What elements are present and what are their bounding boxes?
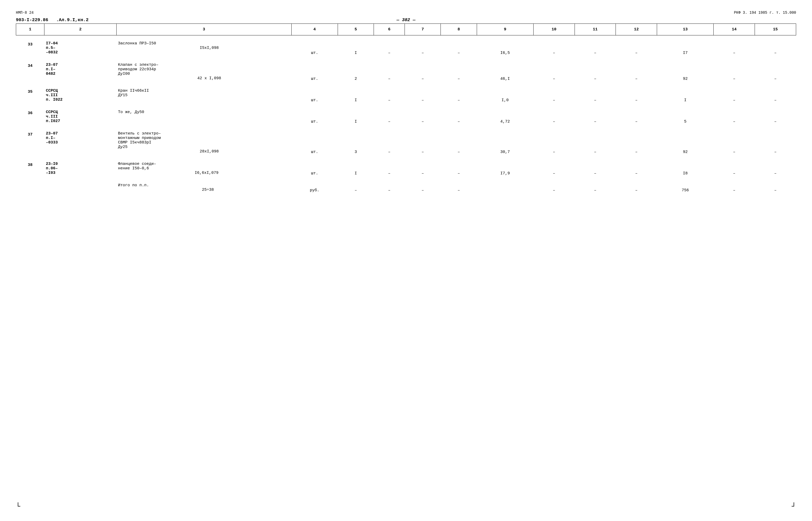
row-37-ref2: п.I– — [46, 136, 115, 140]
row-34-ref2: п.I– — [46, 67, 115, 72]
row-36-ref1: ССРСЦ — [46, 110, 115, 114]
row-34-col11: – — [575, 62, 616, 82]
table-row-37: 37 23–07 п.I– –0333 Вентиль с электро– м… — [16, 130, 796, 155]
row-35-col10: – — [533, 87, 575, 104]
row-35-col5: I — [338, 87, 374, 104]
row-34-col7: – — [405, 62, 441, 82]
spacer-row-6 — [16, 155, 796, 161]
row-37-ref: 23–07 п.I– –0333 — [44, 130, 116, 155]
row-37-col10: – — [533, 130, 575, 155]
bracket-right: ┘ — [792, 503, 796, 511]
row-34-desc1: Клапан с электро– — [118, 63, 290, 67]
row-38-col6: – — [374, 161, 405, 177]
header-left-label: НМП-8 24 — [16, 10, 34, 15]
row-33-col11: – — [575, 40, 616, 56]
row-33-desc: Заслонка ПРЗ–I50 I5xI,098 — [116, 40, 291, 56]
row-35-unit: шт. — [291, 87, 338, 104]
row-33-col10: – — [533, 40, 575, 56]
row-37-col9: 30,7 — [477, 130, 533, 155]
spacer-row-7 — [16, 177, 796, 182]
row-34-col15: – — [755, 62, 796, 82]
col-header-2: 2 — [44, 24, 116, 36]
row-37-ref3: –0333 — [46, 140, 115, 145]
col-header-8: 8 — [441, 24, 477, 36]
row-38-col15: – — [755, 161, 796, 177]
bracket-left: └ — [16, 503, 20, 511]
totals-unit: руб. — [291, 182, 338, 194]
col-header-11: 11 — [575, 24, 616, 36]
row-33-ref1: I7–04 — [46, 41, 115, 46]
row-33-col13: I7 — [657, 40, 714, 56]
row-38-ref: 23–I0 п.06– –I03 — [44, 161, 116, 177]
spacer-row-3 — [16, 82, 796, 87]
row-34-unit: шт. — [291, 62, 338, 82]
totals-col7: – — [405, 182, 441, 194]
row-38-col8: – — [441, 161, 477, 177]
row-36-col5: I — [338, 109, 374, 125]
row-33-col14: – — [714, 40, 755, 56]
row-33-col6: – — [374, 40, 405, 56]
row-36-col6: – — [374, 109, 405, 125]
col-header-15: 15 — [755, 24, 796, 36]
row-33-unit: шт. — [291, 40, 338, 56]
spacer-row-5 — [16, 125, 796, 130]
row-37-desc2: монтажным приводом — [118, 136, 290, 140]
row-35-ref1: ССРСЦ — [46, 89, 115, 93]
row-34-desc3: ДуI00 — [118, 72, 290, 76]
row-33-num: 33 — [16, 40, 44, 56]
table-row-38: 38 23–I0 п.06– –I03 Фланцевое соеди– нен… — [16, 161, 796, 177]
row-35-col14: – — [714, 87, 755, 104]
row-37-col13: 92 — [657, 130, 714, 155]
col-header-1: 1 — [16, 24, 44, 36]
row-34-desc2: приводом 22с934р — [118, 67, 290, 72]
row-33-col12: – — [616, 40, 657, 56]
spacer-row-4 — [16, 104, 796, 109]
row-33-ref: I7–04 п.5– –0832 — [44, 40, 116, 56]
row-36-desc: То же, Ду50 — [116, 109, 291, 125]
page-header: НМП-8 24 РКФ 3. 194 1985 г. т. 15.000 — [16, 10, 796, 15]
totals-col8: – — [441, 182, 477, 194]
row-36-unit: шт. — [291, 109, 338, 125]
row-35-col13: I — [657, 87, 714, 104]
col-header-14: 14 — [714, 24, 755, 36]
totals-col15: – — [755, 182, 796, 194]
spacer-row-2 — [16, 56, 796, 62]
row-34-col12: – — [616, 62, 657, 82]
totals-col10: – — [533, 182, 575, 194]
row-35-col15: – — [755, 87, 796, 104]
row-38-col11: – — [575, 161, 616, 177]
row-38-num: 38 — [16, 161, 44, 177]
row-37-desc1: Вентиль с электро– — [118, 131, 290, 136]
col-header-9: 9 — [477, 24, 533, 36]
row-34-ref: 23–07 п.I– 0482 — [44, 62, 116, 82]
row-36-col12: – — [616, 109, 657, 125]
row-34-desc4: 42 x I,098 — [129, 76, 290, 81]
row-38-ref3: –I03 — [46, 171, 115, 175]
row-34-col6: – — [374, 62, 405, 82]
row-34-col14: – — [714, 62, 755, 82]
header-right-label: РКФ 3. 194 1985 г. т. 15.000 — [734, 10, 796, 15]
row-36-num: 36 — [16, 109, 44, 125]
row-35-desc: Кран IIч66кII ДУ15 — [116, 87, 291, 104]
col-header-3: 3 — [116, 24, 291, 36]
col-header-12: 12 — [616, 24, 657, 36]
row-37-col6: – — [374, 130, 405, 155]
row-34-col8: – — [441, 62, 477, 82]
row-37-col7: – — [405, 130, 441, 155]
row-35-desc2: ДУ15 — [118, 93, 290, 97]
row-36-ref2: ч.III — [46, 114, 115, 119]
row-37-col15: – — [755, 130, 796, 155]
row-35-col9: I,0 — [477, 87, 533, 104]
row-35-col8: – — [441, 87, 477, 104]
row-33-desc2: I5xI,098 — [129, 46, 290, 50]
page-bottom-brackets: └ ┘ — [16, 503, 796, 511]
col-header-5: 5 — [338, 24, 374, 36]
row-36-ref3: п.I027 — [46, 119, 115, 123]
row-38-col14: – — [714, 161, 755, 177]
row-38-unit: шт. — [291, 161, 338, 177]
row-34-col10: – — [533, 62, 575, 82]
row-38-desc: Фланцевое соеди– нение I50–0,6 I6,6хI,07… — [116, 161, 291, 177]
col-header-4: 4 — [291, 24, 338, 36]
row-35-col7: – — [405, 87, 441, 104]
row-37-col12: – — [616, 130, 657, 155]
